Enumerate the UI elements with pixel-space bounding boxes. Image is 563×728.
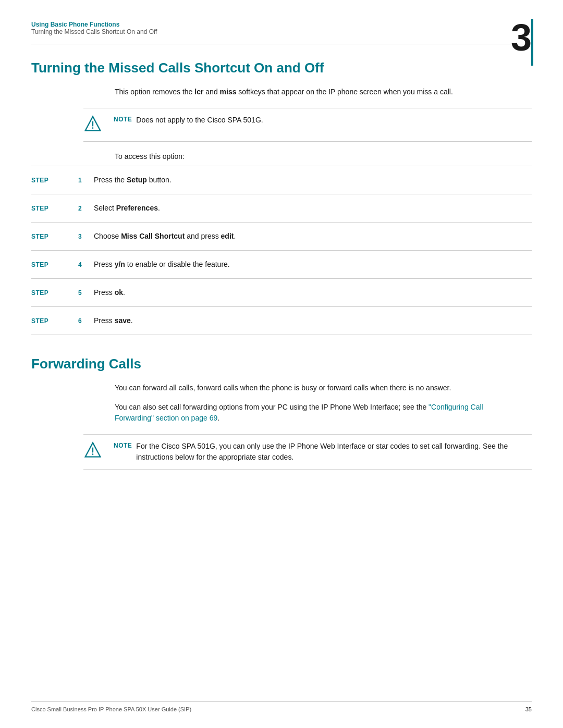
note2-icon bbox=[83, 441, 108, 461]
step-label-2: STEP bbox=[31, 205, 78, 212]
section2: Forwarding Calls You can forward all cal… bbox=[31, 356, 532, 470]
section2-body1: You can forward all calls, forward calls… bbox=[115, 382, 500, 393]
step-row-3: STEP 3 Choose Miss Call Shortcut and pre… bbox=[31, 227, 532, 246]
svg-point-5 bbox=[92, 453, 94, 455]
note2-label: NOTE bbox=[114, 441, 132, 449]
page-footer: Cisco Small Business Pro IP Phone SPA 50… bbox=[31, 701, 532, 712]
warning-icon bbox=[83, 115, 102, 133]
footer-left: Cisco Small Business Pro IP Phone SPA 50… bbox=[31, 706, 191, 712]
step-text-6: Press save. bbox=[94, 315, 133, 326]
step-label-3: STEP bbox=[31, 233, 78, 240]
step-label-6: STEP bbox=[31, 317, 78, 325]
step-num-1: 1 bbox=[78, 177, 94, 184]
section2-body2-suffix: . bbox=[217, 414, 219, 422]
step-num-6: 6 bbox=[78, 317, 94, 325]
note1-label: NOTE bbox=[114, 115, 132, 123]
step-label-1: STEP bbox=[31, 177, 78, 184]
step-text-1: Press the Setup button. bbox=[94, 175, 172, 186]
footer-page: 35 bbox=[525, 706, 532, 712]
step-row-4: STEP 4 Press y/n to enable or disable th… bbox=[31, 255, 532, 274]
step-num-3: 3 bbox=[78, 233, 94, 240]
section1-body: This option removes the lcr and miss sof… bbox=[115, 87, 500, 97]
steps-intro: To access this option: bbox=[115, 152, 532, 161]
step-text-3: Choose Miss Call Shortcut and press edit… bbox=[94, 231, 236, 242]
step-text-4: Press y/n to enable or disable the featu… bbox=[94, 259, 230, 270]
section1-body-block: This option removes the lcr and miss sof… bbox=[115, 87, 500, 97]
step-rule-5 bbox=[31, 306, 532, 307]
step-rule-top bbox=[31, 166, 532, 166]
note2-container: NOTE For the Cisco SPA 501G, you can onl… bbox=[83, 434, 532, 470]
steps-block: STEP 1 Press the Setup button. STEP 2 Se… bbox=[31, 166, 532, 335]
section2-body-block: You can forward all calls, forward calls… bbox=[115, 382, 500, 424]
step-label-4: STEP bbox=[31, 261, 78, 268]
step-text-5: Press ok. bbox=[94, 287, 125, 298]
breadcrumb-sub: Turning the Missed Calls Shortcut On and… bbox=[31, 28, 532, 35]
page-header: Using Basic Phone Functions Turning the … bbox=[0, 0, 563, 35]
step-rule-4 bbox=[31, 278, 532, 279]
section1-title: Turning the Missed Calls Shortcut On and… bbox=[31, 60, 532, 76]
step-rule-2 bbox=[31, 222, 532, 223]
note1-text: Does not apply to the Cisco SPA 501G. bbox=[136, 115, 263, 126]
step-rule-3 bbox=[31, 250, 532, 251]
step-row-2: STEP 2 Select Preferences. bbox=[31, 199, 532, 218]
page-container: Using Basic Phone Functions Turning the … bbox=[0, 0, 563, 728]
warning-icon-2 bbox=[83, 441, 102, 460]
section2-body2-prefix: You can also set call forwarding options… bbox=[115, 403, 429, 411]
step-row-1: STEP 1 Press the Setup button. bbox=[31, 170, 532, 190]
chapter-number: 3 bbox=[511, 19, 532, 56]
step-num-5: 5 bbox=[78, 289, 94, 297]
step-rule-bottom bbox=[31, 335, 532, 335]
section2-body2: You can also set call forwarding options… bbox=[115, 402, 500, 424]
step-row-6: STEP 6 Press save. bbox=[31, 311, 532, 330]
breadcrumb: Using Basic Phone Functions Turning the … bbox=[31, 21, 532, 35]
step-label-5: STEP bbox=[31, 289, 78, 297]
main-content: Turning the Missed Calls Shortcut On and… bbox=[0, 60, 563, 470]
note2-text: For the Cisco SPA 501G, you can only use… bbox=[136, 441, 532, 463]
step-num-4: 4 bbox=[78, 261, 94, 268]
step-row-5: STEP 5 Press ok. bbox=[31, 283, 532, 302]
step-num-2: 2 bbox=[78, 205, 94, 212]
header-rule bbox=[31, 44, 532, 44]
section2-title: Forwarding Calls bbox=[31, 356, 532, 372]
svg-point-2 bbox=[92, 127, 94, 129]
breadcrumb-top: Using Basic Phone Functions bbox=[31, 21, 532, 28]
note1-icon bbox=[83, 115, 108, 135]
step-rule-1 bbox=[31, 194, 532, 194]
step-text-2: Select Preferences. bbox=[94, 203, 160, 214]
note1-container: NOTE Does not apply to the Cisco SPA 501… bbox=[83, 108, 532, 142]
